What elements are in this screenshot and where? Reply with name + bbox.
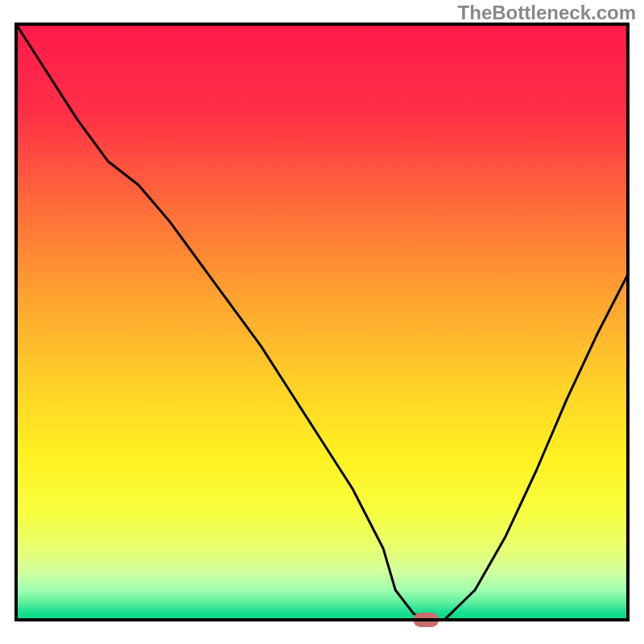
watermark-text: TheBottleneck.com <box>458 2 636 24</box>
chart-container: { "watermark": "TheBottleneck.com", "cha… <box>0 0 644 644</box>
bottleneck-chart <box>0 0 644 644</box>
gradient-background <box>16 24 628 620</box>
